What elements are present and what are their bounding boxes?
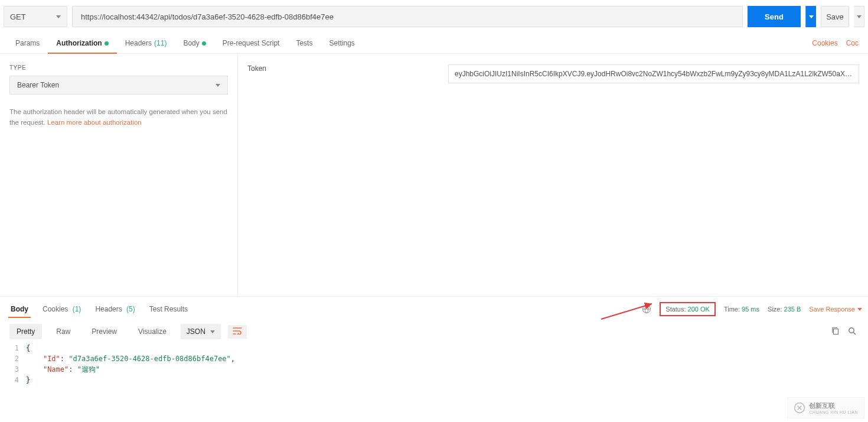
send-button[interactable]: Send bbox=[748, 6, 801, 27]
tab-prerequest[interactable]: Pre-request Script bbox=[214, 33, 288, 53]
chevron-down-icon bbox=[857, 308, 862, 311]
size-meta: Size: 235 B bbox=[768, 306, 801, 313]
copy-icon[interactable] bbox=[831, 327, 840, 337]
token-input[interactable] bbox=[448, 64, 859, 83]
auth-type-value: Bearer Token bbox=[17, 81, 59, 89]
dot-icon bbox=[202, 41, 206, 46]
auth-type-label: TYPE bbox=[9, 64, 228, 71]
raw-button[interactable]: Raw bbox=[49, 324, 77, 339]
auth-learn-more-link[interactable]: Learn more about authorization bbox=[47, 119, 142, 126]
status-value: 200 OK bbox=[688, 306, 710, 313]
search-icon[interactable] bbox=[848, 327, 856, 337]
tab-params[interactable]: Params bbox=[7, 33, 48, 53]
format-select[interactable]: JSON bbox=[181, 324, 221, 339]
save-dropdown-button[interactable] bbox=[854, 6, 864, 27]
token-label: Token bbox=[247, 64, 436, 73]
resp-tab-cookies[interactable]: Cookies (1) bbox=[35, 300, 88, 318]
tab-tests[interactable]: Tests bbox=[288, 33, 321, 53]
chevron-down-icon bbox=[857, 15, 862, 18]
dot-icon bbox=[105, 41, 109, 46]
tab-settings[interactable]: Settings bbox=[321, 33, 363, 53]
auth-type-select[interactable]: Bearer Token bbox=[9, 76, 228, 95]
cookies-link[interactable]: Cookies bbox=[812, 39, 837, 47]
svg-line-6 bbox=[853, 332, 856, 335]
url-input[interactable] bbox=[72, 6, 743, 27]
visualize-button[interactable]: Visualize bbox=[131, 324, 174, 339]
resp-tab-tests[interactable]: Test Results bbox=[142, 300, 195, 318]
time-meta: Time: 95 ms bbox=[724, 306, 759, 313]
save-response-button[interactable]: Save Response bbox=[809, 306, 862, 313]
tab-headers[interactable]: Headers(11) bbox=[117, 33, 175, 53]
chevron-down-icon bbox=[809, 15, 814, 18]
svg-point-5 bbox=[849, 327, 854, 332]
status-box: Status: 200 OK bbox=[660, 302, 716, 316]
code-link[interactable]: Coc bbox=[846, 39, 859, 47]
resp-tab-headers[interactable]: Headers (5) bbox=[88, 300, 142, 318]
preview-button[interactable]: Preview bbox=[84, 324, 124, 339]
resp-tab-body[interactable]: Body bbox=[4, 300, 35, 318]
globe-icon[interactable] bbox=[642, 304, 651, 314]
chevron-down-icon bbox=[210, 330, 215, 333]
method-select[interactable]: GET bbox=[4, 6, 67, 27]
response-body[interactable]: 1{ 2 "Id": "d7a3a6ef-3520-4628-edfb-08d8… bbox=[0, 343, 868, 385]
tab-authorization[interactable]: Authorization bbox=[48, 33, 116, 53]
chevron-down-icon bbox=[216, 84, 220, 87]
watermark: 创新互联 CHUANG XIN HU LIAN bbox=[787, 397, 864, 418]
send-dropdown-button[interactable] bbox=[805, 6, 816, 27]
tab-body[interactable]: Body bbox=[175, 33, 214, 53]
method-value: GET bbox=[10, 12, 26, 21]
chevron-down-icon bbox=[56, 15, 61, 18]
auth-note: The authorization header will be automat… bbox=[9, 106, 228, 128]
svg-rect-4 bbox=[834, 329, 838, 334]
pretty-button[interactable]: Pretty bbox=[9, 324, 42, 339]
wrap-lines-icon[interactable] bbox=[228, 325, 247, 339]
save-button[interactable]: Save bbox=[821, 6, 849, 27]
